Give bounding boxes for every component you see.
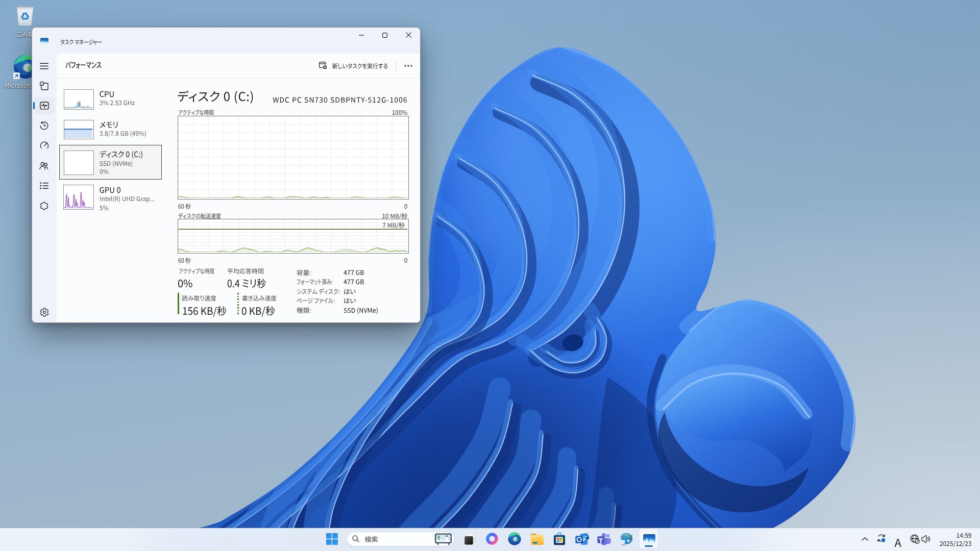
startup-apps-icon <box>40 141 49 149</box>
detail-title: ディスク 0 (C:) <box>177 87 254 105</box>
stat1-label: アクティブな時間 <box>179 266 214 275</box>
desktop: ごみ箱 Microsoft Edge タスク マネージャー パフォーマンス 新し… <box>0 0 980 551</box>
active-app-indicator <box>645 545 653 547</box>
task-manager-taskbar-icon <box>643 534 655 546</box>
read-speed-bar <box>178 293 179 314</box>
speaker-icon[interactable] <box>921 535 931 543</box>
write-speed-label: 書き込み速度 <box>242 293 277 302</box>
app-history-icon <box>40 121 48 130</box>
nav-item-details[interactable] <box>34 177 54 194</box>
nav-item-menu-toggle[interactable] <box>34 57 54 74</box>
chart1-max: 100% <box>391 108 407 116</box>
nav-item-users[interactable] <box>34 157 54 174</box>
maximize-icon <box>382 33 387 38</box>
nav-rail <box>32 53 56 322</box>
tray-time: 14:59 <box>940 531 972 540</box>
taskbar: 検索 A 14:59 2025/12/23 <box>0 528 980 551</box>
disk-model: WDC PC SN730 SDBPNTY-512G-1006 <box>273 94 407 105</box>
chart1-x-right: 0 <box>404 202 408 210</box>
window-title: タスク マネージャー <box>60 37 102 46</box>
nav-selected-pill <box>33 102 35 109</box>
recycle-bin-label: ごみ箱 <box>16 30 34 38</box>
shortcut-arrow-icon <box>13 72 20 79</box>
recycle-bin-icon <box>16 5 34 26</box>
clock[interactable]: 14:59 2025/12/23 <box>940 531 972 548</box>
services-icon <box>40 202 48 210</box>
close-icon <box>406 32 411 38</box>
chart1-label: アクティブな時間 <box>178 108 214 116</box>
nav-item-app-history[interactable] <box>34 117 54 134</box>
ime-a-label: A <box>895 534 901 550</box>
taskbar-icon-paint[interactable] <box>620 532 633 546</box>
taskbar-icon-teams[interactable] <box>597 533 611 545</box>
write-speed-bar <box>237 293 239 314</box>
start-button[interactable] <box>326 533 338 545</box>
taskbar-icon-task-manager-active[interactable] <box>639 529 658 549</box>
taskbar-icon-microsoft-store[interactable] <box>553 532 566 545</box>
details-icon <box>40 182 48 189</box>
search-placeholder: 検索 <box>365 534 378 544</box>
nav-item-startup-apps[interactable] <box>34 137 54 154</box>
stat2-value: 0.4 ミリ秒 <box>227 276 266 290</box>
taskbar-icon-outlook[interactable] <box>575 533 589 545</box>
minimize-icon <box>359 35 364 36</box>
search-box[interactable]: 検索 <box>347 532 455 546</box>
read-speed-value: 156 KB/秒 <box>182 303 227 318</box>
ime-mode-icon[interactable]: A <box>895 534 901 550</box>
menu-toggle-icon <box>40 63 48 69</box>
write-speed-value: 0 KB/秒 <box>241 303 275 318</box>
close-button[interactable] <box>397 28 420 42</box>
active-time-chart <box>178 116 409 199</box>
transfer-rate-chart <box>178 219 409 254</box>
stat2-label: 平均応答時間 <box>227 266 264 275</box>
windows-update-icon[interactable] <box>877 534 886 543</box>
taskbar-icon-edge[interactable] <box>508 532 521 545</box>
task-manager-app-icon <box>40 35 48 47</box>
stat1-value: 0% <box>178 276 193 290</box>
window-titlebar[interactable]: タスク マネージャー <box>32 28 420 53</box>
nav-item-settings[interactable] <box>34 304 54 321</box>
disk-detail-pane: ディスク 0 (C:) WDC PC SN730 SDBPNTY-512G-10… <box>56 53 420 322</box>
tray-chevron-icon[interactable] <box>862 537 868 541</box>
processes-icon <box>40 82 48 90</box>
chart2-refline-label: 7 MB/秒 <box>382 220 405 229</box>
taskbar-icon-copilot[interactable] <box>485 532 499 545</box>
nav-item-performance[interactable] <box>34 97 54 114</box>
tray-date: 2025/12/23 <box>940 539 972 548</box>
nav-item-processes[interactable] <box>34 77 54 94</box>
search-highlight-icon[interactable] <box>434 533 453 545</box>
network-globe-icon[interactable] <box>910 534 920 544</box>
users-icon <box>39 162 49 170</box>
performance-icon <box>40 102 49 110</box>
taskbar-icon-task-view[interactable] <box>464 533 477 545</box>
read-speed-label: 読み取り速度 <box>182 293 216 302</box>
task-manager-window: タスク マネージャー パフォーマンス 新しいタスクを実行する CPU 3% 2.… <box>32 27 421 323</box>
taskbar-icon-file-explorer[interactable] <box>530 533 544 545</box>
chart2-x-left: 60 秒 <box>178 256 191 264</box>
maximize-button[interactable] <box>373 28 397 42</box>
minimize-button[interactable] <box>350 28 373 42</box>
main-panel: パフォーマンス 新しいタスクを実行する CPU 3% 2.53 GHz メモリ … <box>56 53 420 322</box>
search-icon <box>352 535 359 542</box>
chart1-x-left: 60 秒 <box>178 202 191 210</box>
settings-icon <box>40 308 49 317</box>
nav-item-services[interactable] <box>34 197 54 214</box>
chart2-x-right: 0 <box>404 256 408 264</box>
